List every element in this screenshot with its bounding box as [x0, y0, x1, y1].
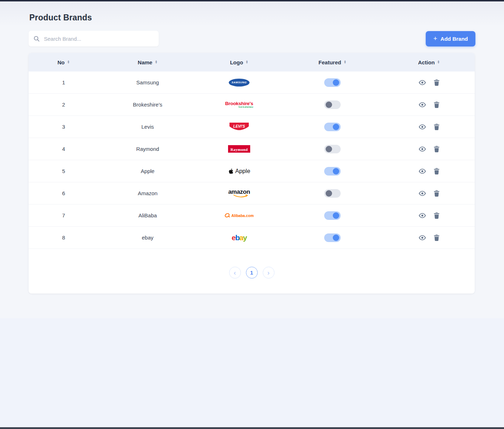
brand-name: Levis [99, 124, 197, 130]
delete-button[interactable] [434, 79, 439, 86]
view-button[interactable] [419, 124, 426, 130]
row-number: 7 [29, 212, 99, 218]
sort-icon: ▲▼ [344, 60, 346, 64]
eye-icon [419, 213, 426, 218]
delete-button[interactable] [434, 102, 439, 108]
ebay-logo: ebay [232, 234, 247, 241]
column-header-logo[interactable]: Logo ▲▼ [197, 59, 282, 65]
search-input[interactable] [43, 35, 154, 42]
featured-toggle[interactable] [324, 78, 341, 87]
eye-icon [419, 124, 426, 130]
featured-toggle[interactable] [324, 211, 341, 220]
delete-button[interactable] [434, 146, 439, 152]
eye-icon [419, 146, 426, 152]
delete-button[interactable] [434, 235, 439, 241]
row-number: 1 [29, 79, 99, 85]
column-header-name[interactable]: Name ▲▼ [99, 59, 197, 65]
window-bottom-edge [0, 427, 504, 429]
table-row: 4 Raymond Raymond [29, 138, 475, 160]
pagination-page-1[interactable]: 1 [246, 267, 258, 278]
featured-toggle[interactable] [324, 145, 341, 153]
brand-name: Samsung [99, 79, 197, 85]
pagination-prev-button[interactable]: ‹ [229, 267, 241, 278]
search-box[interactable] [29, 31, 159, 46]
page-title: Product Brands [29, 13, 475, 23]
row-number: 2 [29, 102, 99, 108]
brand-name: Amazon [99, 190, 197, 196]
product-brands-page: Product Brands + Add Brand No ▲▼ Name ▲▼ [0, 13, 504, 294]
featured-toggle[interactable] [324, 167, 341, 176]
column-header-action[interactable]: Action ▲▼ [383, 59, 475, 65]
brookshires-logo: Brookshire's food & pharmacy [225, 101, 253, 108]
trash-icon [434, 79, 439, 86]
plus-icon: + [433, 35, 437, 42]
view-button[interactable] [419, 146, 426, 152]
amazon-logo: amazon [228, 189, 250, 198]
eye-icon [419, 168, 426, 174]
featured-toggle[interactable] [324, 233, 341, 242]
view-button[interactable] [419, 235, 426, 241]
table-row: 7 AliBaba Alibaba.com [29, 204, 475, 227]
trash-icon [434, 102, 439, 108]
brand-name: ebay [99, 235, 197, 241]
view-button[interactable] [419, 213, 426, 218]
eye-icon [419, 235, 426, 241]
view-button[interactable] [419, 191, 426, 196]
table-row: 1 Samsung SAMSUNG [29, 72, 475, 94]
raymond-logo: Raymond [228, 145, 251, 153]
featured-toggle[interactable] [324, 189, 341, 198]
eye-icon [419, 102, 426, 108]
sort-icon: ▲▼ [437, 60, 440, 64]
trash-icon [434, 146, 439, 152]
table-row: 6 Amazon amazon [29, 182, 475, 204]
trash-icon [434, 168, 439, 174]
column-header-no[interactable]: No ▲▼ [29, 59, 99, 65]
column-header-featured[interactable]: Featured ▲▼ [282, 59, 383, 65]
row-number: 4 [29, 146, 99, 152]
row-number: 5 [29, 168, 99, 174]
brands-table-card: No ▲▼ Name ▲▼ Logo ▲▼ Featured ▲▼ Action… [29, 53, 475, 294]
view-button[interactable] [419, 102, 426, 108]
sort-icon: ▲▼ [155, 60, 157, 64]
trash-icon [434, 212, 439, 219]
featured-toggle[interactable] [324, 100, 341, 109]
table-row: 2 Brokeshire’s Brookshire's food & pharm… [29, 94, 475, 116]
brand-name: Raymond [99, 146, 197, 152]
row-number: 3 [29, 124, 99, 130]
levis-logo: LEVI'S [229, 123, 249, 131]
search-icon [34, 36, 40, 42]
table-header-row: No ▲▼ Name ▲▼ Logo ▲▼ Featured ▲▼ Action… [29, 53, 475, 72]
svg-text:LEVI'S: LEVI'S [233, 124, 245, 128]
brand-name: Apple [99, 168, 197, 174]
delete-button[interactable] [434, 168, 439, 174]
trash-icon [434, 124, 439, 130]
view-button[interactable] [419, 80, 426, 85]
apple-logo: Apple [228, 168, 250, 174]
table-row: 5 Apple Apple [29, 160, 475, 182]
eye-icon [419, 191, 426, 196]
samsung-logo: SAMSUNG [229, 79, 249, 87]
add-brand-button[interactable]: + Add Brand [426, 31, 475, 46]
delete-button[interactable] [434, 124, 439, 130]
toolbar: + Add Brand [29, 31, 475, 46]
table-row: 3 Levis LEVI'S [29, 116, 475, 138]
amazon-smile-icon [233, 194, 248, 198]
delete-button[interactable] [434, 190, 439, 197]
row-number: 8 [29, 235, 99, 241]
alibaba-logo: Alibaba.com [224, 213, 253, 218]
delete-button[interactable] [434, 212, 439, 219]
current-page-number: 1 [250, 270, 253, 276]
view-button[interactable] [419, 168, 426, 174]
pagination-next-button[interactable]: › [263, 267, 275, 278]
apple-icon [228, 168, 233, 174]
chevron-left-icon: ‹ [234, 270, 236, 276]
pagination: ‹ 1 › [29, 267, 475, 278]
sort-icon: ▲▼ [67, 60, 70, 64]
alibaba-symbol-icon [224, 213, 230, 218]
sort-icon: ▲▼ [246, 60, 248, 64]
brand-name: Brokeshire’s [99, 102, 197, 108]
featured-toggle[interactable] [324, 123, 341, 131]
window-top-edge [0, 0, 504, 1]
row-number: 6 [29, 190, 99, 196]
brand-name: AliBaba [99, 212, 197, 218]
